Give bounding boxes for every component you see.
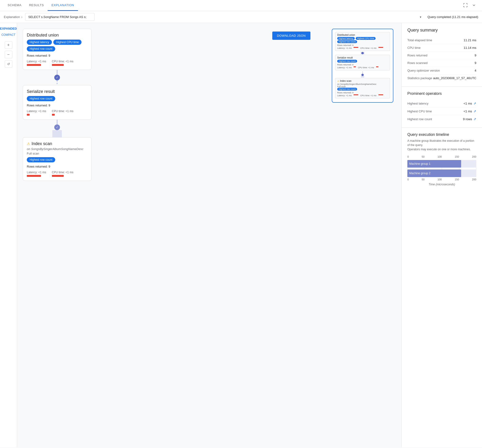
chart-bars: Machine group 1 Machine group 2 [407, 160, 476, 177]
cpu-bar [52, 64, 64, 66]
main-content: EXPANDED COMPACT + − ↺ DOWNLOAD JSON Dis… [0, 23, 482, 447]
query-select[interactable]: SELECT s.SongName FROM Songs AS s; [25, 13, 95, 21]
badge-highest-latency[interactable]: Highest latency [27, 40, 52, 45]
node-title: Index scan [32, 141, 52, 146]
download-json-button[interactable]: DOWNLOAD JSON [272, 32, 310, 40]
warning-icon: ⚠ [27, 142, 30, 146]
query-summary-title: Query summary [407, 28, 476, 33]
latency-label: Latency: <1 ms [27, 60, 46, 63]
bar-label-1: Machine group 2 [409, 172, 430, 175]
mini-node-3: ⚠ Index scan on SongsBySingerAlbumSongNa… [335, 78, 390, 98]
breadcrumb-chevron-icon: › [21, 15, 22, 19]
menu-icon[interactable] [470, 1, 478, 10]
query-summary-rows: Total elapsed time 11.21 ms CPU time 11.… [407, 37, 476, 82]
node-title: Serialize result [27, 89, 87, 94]
node-rows: Rows returned: 9 [27, 104, 87, 107]
link-icon-1[interactable]: ⇗ [474, 109, 476, 113]
metrics-row: Latency: <1 ms CPU time: <1 ms [27, 110, 87, 116]
op-row-1: Highest CPU time <1 ms ⇗ [407, 107, 476, 115]
fullscreen-icon[interactable] [461, 1, 470, 10]
summary-row-5: Statistics package auto_20230608_17_57_4… [407, 74, 476, 82]
bar-label-0: Machine group 1 [409, 162, 430, 165]
summary-row-2: Rows returned 9 [407, 52, 476, 59]
node-rows: Rows returned: 9 [27, 54, 87, 57]
node-scan: Full scan [27, 152, 87, 155]
mini-diagram[interactable]: Distributed union Highest latency Highes… [332, 29, 393, 103]
tab-schema[interactable]: SCHEMA [4, 0, 25, 11]
reset-view-button[interactable]: ↺ [5, 60, 12, 68]
connector-2: ✓ [23, 120, 91, 137]
summary-row-0: Total elapsed time 11.21 ms [407, 37, 476, 44]
zoom-in-button[interactable]: + [5, 41, 12, 49]
expand-bar [52, 130, 62, 137]
query-status: Query completed (11.21 ms elapsed) [427, 15, 478, 19]
node-index: on SongsBySingerAlbumSongNameDesc [27, 147, 87, 151]
cpu-label: CPU time: <1 ms [52, 60, 73, 63]
link-icon-0[interactable]: ⇗ [474, 101, 476, 105]
view-compact-btn[interactable]: COMPACT [0, 32, 17, 37]
node-title: Distributed union [27, 33, 87, 38]
latency-label: Latency: <1 ms [27, 110, 46, 113]
badge-highest-row-count[interactable]: Highest row count [27, 96, 55, 101]
cpu-label: CPU time: <1 ms [52, 171, 73, 174]
latency-bar [27, 175, 41, 177]
chart-x-axis-top: 0 50 100 150 200 [407, 155, 476, 158]
timeline-section: Query execution timeline A machine group… [402, 128, 482, 191]
summary-row-4: Query optimizer version 4 [407, 67, 476, 74]
node-badges: Highest row count [27, 157, 87, 162]
prominent-operators-section: Prominent operators Highest latency <1 m… [402, 87, 482, 128]
prominent-operators-title: Prominent operators [407, 91, 476, 96]
mini-node-1: Distributed union Highest latency Highes… [335, 32, 390, 51]
bar-row-1: Machine group 2 [407, 169, 476, 177]
zoom-out-button[interactable]: − [5, 51, 12, 58]
node-index-scan[interactable]: ⚠ Index scan on SongsBySingerAlbumSongNa… [23, 137, 91, 181]
diagram-area: DOWNLOAD JSON Distributed union Highest … [17, 23, 402, 447]
node-badges: Highest row count [27, 96, 87, 101]
view-expanded-btn[interactable]: EXPANDED [0, 26, 19, 31]
node-serialize-result[interactable]: Serialize result Highest row count Rows … [23, 85, 91, 120]
bar-row-0: Machine group 1 [407, 160, 476, 168]
chart-x-axis-bottom: 0 50 100 150 200 [407, 178, 476, 181]
latency-bar [27, 114, 30, 116]
op-row-0: Highest latency <1 ms ⇗ [407, 100, 476, 107]
badge-highest-cpu[interactable]: Highest CPU time [53, 40, 81, 45]
summary-row-3: Rows scanned 9 [407, 59, 476, 67]
node-badges: Highest latency Highest CPU time Highest… [27, 40, 87, 51]
link-icon-2[interactable]: ⇗ [474, 117, 476, 121]
query-bar: Explanation › SELECT s.SongName FROM Son… [0, 11, 482, 23]
tab-explanation[interactable]: EXPLANATION [48, 0, 78, 11]
cpu-bar [52, 175, 64, 177]
metrics-row: Latency: <1 ms CPU time: <1 ms [27, 60, 87, 66]
breadcrumb-label: Explanation [4, 15, 20, 19]
right-panel: Query summary Total elapsed time 11.21 m… [402, 23, 482, 447]
cpu-label: CPU time: <1 ms [52, 110, 73, 113]
collapse-btn-1[interactable]: ✓ [54, 75, 60, 80]
chart-area: 0 50 100 150 200 [407, 155, 476, 186]
tab-results[interactable]: RESULTS [25, 0, 48, 11]
op-row-2: Highest row count 9 rows ⇗ [407, 115, 476, 123]
latency-bar [27, 64, 41, 66]
timeline-desc: A machine group illustrates the executio… [407, 139, 476, 152]
latency-label: Latency: <1 ms [27, 171, 46, 174]
badge-highest-row-count[interactable]: Highest row count [27, 157, 55, 162]
connector-1: ✓ [23, 70, 91, 85]
view-toggle: EXPANDED COMPACT [0, 26, 19, 37]
badge-highest-row-count[interactable]: Highest row count [27, 46, 55, 51]
metrics-row: Latency: <1 ms CPU time: <1 ms [27, 171, 87, 177]
node-distributed-union[interactable]: Distributed union Highest latency Highes… [23, 29, 91, 70]
node-rows: Rows returned: 9 [27, 165, 87, 168]
query-summary-section: Query summary Total elapsed time 11.21 m… [402, 23, 482, 87]
tab-bar: SCHEMA RESULTS EXPLANATION [0, 0, 482, 11]
chart-x-label: Time (microseconds) [407, 183, 476, 186]
diagram-container: DOWNLOAD JSON Distributed union Highest … [23, 29, 396, 181]
collapse-btn-2[interactable]: ✓ [54, 124, 60, 130]
cpu-bar [52, 114, 55, 116]
left-sidebar: EXPANDED COMPACT + − ↺ [0, 23, 17, 447]
mini-node-2: Serialize result Highest row count Rows … [335, 55, 390, 70]
summary-row-1: CPU time 11.14 ms [407, 44, 476, 52]
timeline-title: Query execution timeline [407, 133, 476, 137]
